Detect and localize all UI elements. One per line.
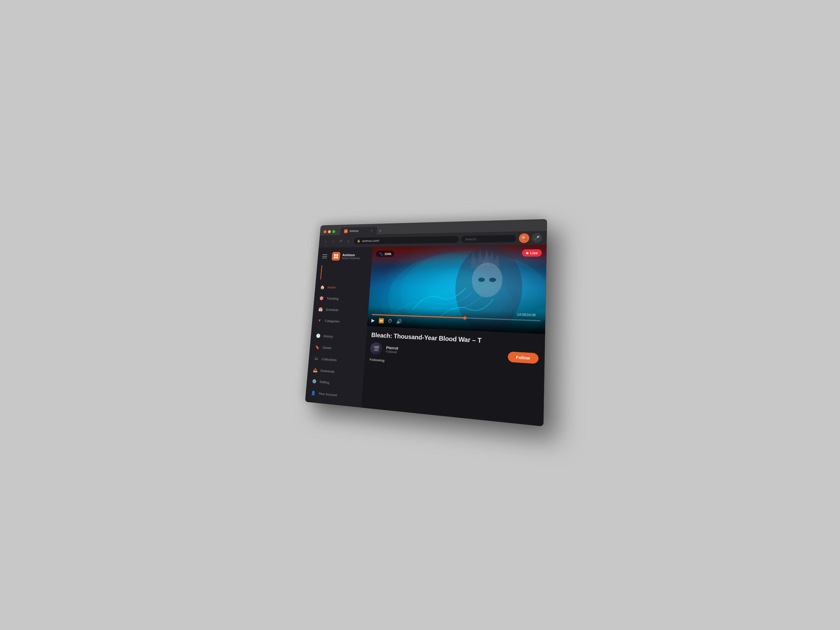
follow-button[interactable]: Follow	[508, 351, 538, 363]
tab-favicon: A	[344, 229, 348, 233]
sidebar-item-account-label: Your Account	[318, 392, 337, 397]
browser-tab-active[interactable]: A Animus ×	[340, 227, 377, 235]
browser-mic-button[interactable]: 🎤	[532, 233, 542, 243]
home-icon: 🏠	[320, 284, 325, 290]
download-icon: 📥	[313, 367, 318, 373]
time-display: 14:00/24:00	[517, 313, 536, 317]
browser-actions: 🔍 🎤	[519, 233, 542, 243]
search-placeholder-text: Search...	[465, 237, 479, 241]
browser-window: A Animus × + ‹ › ↺ ⌂ 🔒 animus.com/ Searc…	[305, 219, 547, 426]
hamburger-line-3	[322, 258, 327, 258]
nav-buttons: ‹ › ↺ ⌂	[322, 238, 352, 245]
traffic-lights	[324, 230, 335, 233]
categories-icon: 🔻	[317, 317, 322, 323]
collections-icon: 🗂	[314, 356, 319, 362]
traffic-light-maximize[interactable]	[332, 230, 335, 233]
sidebar-item-trending-label: Trending	[327, 296, 339, 300]
refresh-button[interactable]: ↺	[337, 238, 344, 245]
sidebar-item-collections-label: Collections	[321, 357, 337, 362]
trending-icon: 🎯	[319, 295, 324, 301]
channel-avatar-icon: 🎬	[373, 346, 380, 352]
sidebar-item-home[interactable]: 🏠 Home	[317, 282, 368, 294]
address-text: animus.com/	[362, 237, 455, 243]
play-button[interactable]: ▶	[371, 317, 375, 324]
brand-name: Animus	[342, 253, 360, 257]
live-label: Live	[530, 251, 538, 255]
brand-logo	[332, 252, 340, 261]
account-icon: 👤	[311, 390, 316, 396]
sidebar-accent-divider	[320, 265, 322, 279]
back-button[interactable]: ‹	[322, 238, 329, 245]
fast-forward-button[interactable]: ⏩	[379, 318, 384, 324]
sidebar-header: Animus Anime Streaming	[317, 247, 373, 263]
browser-search-button[interactable]: 🔍	[519, 234, 529, 243]
tab-close-button[interactable]: ×	[370, 229, 373, 232]
lock-icon: 🔒	[357, 239, 360, 242]
video-overlay-top: 🐾 104k Live	[372, 245, 546, 261]
sidebar-secondary-nav: 🕐 History 🔖 Saved 🗂 Collections 📥 Downlo…	[307, 330, 367, 380]
tab-title: Animus	[349, 229, 359, 232]
sidebar-item-trending[interactable]: 🎯 Trending	[316, 293, 367, 305]
video-player[interactable]: 🐾 104k Live 14:00/24:00	[367, 245, 547, 334]
progress-handle[interactable]	[463, 316, 467, 320]
saved-icon: 🔖	[315, 344, 320, 350]
sidebar-primary-nav: 🏠 Home 🎯 Trending 📅 Schedule 🔻 Categorie…	[312, 282, 370, 328]
sidebar: Animus Anime Streaming 🏠 Home 🎯 Trending…	[305, 247, 373, 407]
home-button[interactable]: ⌂	[345, 238, 352, 245]
brand-subtitle: Anime Streaming	[342, 257, 360, 260]
sidebar-item-schedule-label: Schedule	[325, 308, 339, 312]
hamburger-line-1	[322, 254, 327, 255]
svg-rect-2	[334, 256, 336, 258]
timer-button[interactable]: ⏱	[388, 318, 392, 324]
sidebar-item-download-label: Download	[320, 369, 335, 374]
viewers-count: 104k	[384, 252, 392, 256]
browser-chrome: A Animus × + ‹ › ↺ ⌂ 🔒 animus.com/ Searc…	[319, 219, 547, 247]
progress-filled	[372, 314, 465, 318]
svg-rect-1	[336, 254, 338, 256]
channel-avatar: 🎬	[370, 342, 382, 355]
settings-icon: ⚙️	[312, 378, 317, 384]
svg-rect-0	[334, 254, 336, 256]
forward-button[interactable]: ›	[330, 238, 337, 245]
sidebar-item-setting-label: Setting	[319, 380, 330, 384]
traffic-light-minimize[interactable]	[328, 230, 331, 233]
volume-button[interactable]: 🔊	[396, 319, 402, 324]
live-badge: Live	[522, 249, 542, 256]
new-tab-button[interactable]: +	[377, 227, 384, 234]
hamburger-button[interactable]	[322, 253, 330, 260]
sidebar-item-home-label: Home	[327, 285, 336, 289]
browser-search-bar[interactable]: Search...	[461, 235, 516, 243]
history-icon: 🕐	[316, 333, 321, 339]
traffic-light-close[interactable]	[324, 230, 327, 234]
viewers-icon: 🐾	[379, 252, 383, 256]
brand: Animus Anime Streaming	[332, 252, 360, 261]
address-bar[interactable]: 🔒 animus.com/	[354, 236, 459, 244]
schedule-icon: 📅	[318, 306, 323, 312]
app-container: Animus Anime Streaming 🏠 Home 🎯 Trending…	[305, 245, 546, 426]
viewers-badge: 🐾 104k	[376, 250, 395, 257]
sidebar-item-categories-label: Categories	[325, 319, 340, 323]
live-indicator-dot	[526, 252, 528, 254]
sidebar-bottom-nav: ⚙️ Setting 👤 Your Account	[305, 375, 363, 407]
brand-text: Animus Anime Streaming	[342, 253, 360, 260]
svg-rect-3	[336, 256, 338, 258]
channel-info: Pierrot Follower	[386, 345, 503, 361]
hamburger-line-2	[322, 256, 327, 257]
sidebar-item-saved-label: Saved	[322, 346, 331, 350]
sidebar-item-history-label: History	[324, 334, 333, 338]
video-info-section: Bleach: Thousand-Year Blood War – T 🎬 Pi…	[364, 326, 545, 377]
main-content: 🐾 104k Live 14:00/24:00	[361, 245, 546, 426]
sidebar-item-schedule[interactable]: 📅 Schedule	[315, 304, 366, 316]
